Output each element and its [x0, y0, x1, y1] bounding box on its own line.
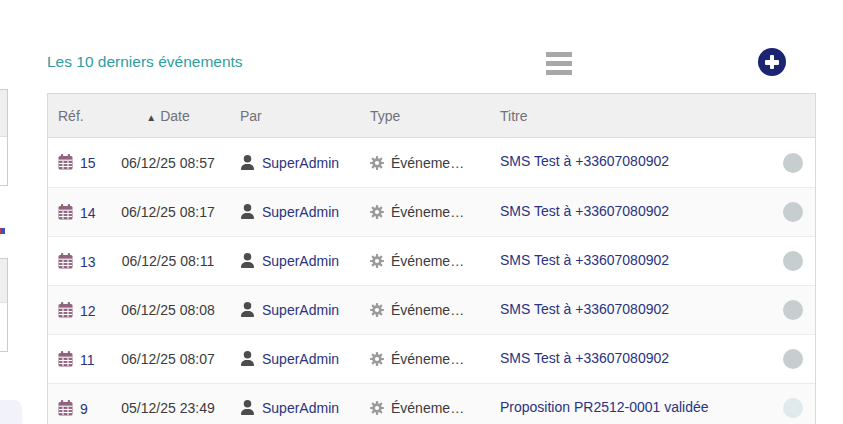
- calendar-icon: [58, 253, 73, 269]
- event-date: 06/12/25 08:07: [121, 351, 214, 367]
- calendar-icon: [58, 400, 73, 416]
- event-date: 06/12/25 08:17: [121, 204, 214, 220]
- col-header-date[interactable]: ▲Date: [106, 94, 230, 138]
- status-dot[interactable]: [783, 153, 803, 173]
- event-type: Événeme…: [391, 204, 464, 220]
- event-title-link[interactable]: Proposition PR2512-0001 validée: [500, 399, 709, 415]
- event-author-link[interactable]: SuperAdmin: [262, 253, 339, 269]
- event-ref-link[interactable]: 13: [80, 254, 96, 270]
- user-icon: [240, 400, 255, 415]
- calendar-icon: [58, 154, 73, 170]
- event-title-link[interactable]: SMS Test à +33607080902: [500, 350, 669, 366]
- event-author-link[interactable]: SuperAdmin: [262, 351, 339, 367]
- events-table-body: 15 06/12/25 08:57 SuperAdmin Événeme… SM…: [48, 138, 815, 424]
- event-title-link[interactable]: SMS Test à +33607080902: [500, 153, 669, 169]
- event-author-link[interactable]: SuperAdmin: [262, 204, 339, 220]
- event-author-link[interactable]: SuperAdmin: [262, 302, 339, 318]
- status-dot[interactable]: [783, 349, 803, 369]
- widget-menu-button[interactable]: [546, 52, 572, 75]
- table-header-row: Réf. ▲Date Par Type Titre: [48, 94, 815, 138]
- widget-title: Les 10 derniers événements: [47, 53, 243, 71]
- col-header-par[interactable]: Par: [230, 94, 360, 138]
- status-dot[interactable]: [783, 398, 803, 418]
- status-dot[interactable]: [783, 251, 803, 271]
- event-ref-link[interactable]: 11: [80, 352, 95, 368]
- calendar-icon: [58, 204, 73, 220]
- cropped-left-panel-bottom: [0, 258, 8, 352]
- event-date: 05/12/25 23:49: [121, 400, 214, 416]
- gear-icon: [370, 303, 384, 317]
- event-type: Événeme…: [391, 302, 464, 318]
- cropped-panel-header: [0, 90, 7, 137]
- user-icon: [240, 155, 255, 170]
- col-header-ref[interactable]: Réf.: [48, 94, 106, 138]
- user-icon: [240, 253, 255, 268]
- events-panel: Réf. ▲Date Par Type Titre: [47, 93, 816, 424]
- status-dot[interactable]: [783, 300, 803, 320]
- event-type: Événeme…: [391, 351, 464, 367]
- hamburger-icon: [546, 52, 572, 57]
- gear-icon: [370, 401, 384, 415]
- cropped-lavender-card-fragment: [0, 400, 22, 424]
- event-row[interactable]: 15 06/12/25 08:57 SuperAdmin Événeme… SM…: [48, 138, 815, 187]
- event-title-link[interactable]: SMS Test à +33607080902: [500, 203, 669, 219]
- gear-icon: [370, 205, 384, 219]
- event-type: Événeme…: [391, 253, 464, 269]
- user-icon: [240, 351, 255, 366]
- cropped-chart-icon-fragment: [0, 228, 5, 234]
- gear-icon: [370, 156, 384, 170]
- col-header-titre[interactable]: Titre: [490, 94, 770, 138]
- col-header-type[interactable]: Type: [360, 94, 490, 138]
- user-icon: [240, 302, 255, 317]
- event-author-link[interactable]: SuperAdmin: [262, 400, 339, 416]
- sort-asc-icon: ▲: [146, 112, 156, 123]
- col-header-status: [770, 94, 815, 138]
- calendar-icon: [58, 302, 73, 318]
- add-event-button[interactable]: [758, 48, 786, 76]
- event-ref-link[interactable]: 15: [80, 155, 96, 171]
- event-title-link[interactable]: SMS Test à +33607080902: [500, 301, 669, 317]
- event-row[interactable]: 11 06/12/25 08:07 SuperAdmin Événeme… SM…: [48, 334, 815, 383]
- calendar-icon: [58, 351, 73, 367]
- event-type: Événeme…: [391, 400, 464, 416]
- status-dot[interactable]: [783, 202, 803, 222]
- gear-icon: [370, 352, 384, 366]
- event-ref-link[interactable]: 12: [80, 303, 96, 319]
- event-date: 06/12/25 08:11: [122, 253, 214, 269]
- gear-icon: [370, 254, 384, 268]
- event-type: Événeme…: [391, 155, 464, 171]
- event-ref-link[interactable]: 9: [80, 401, 88, 417]
- event-title-link[interactable]: SMS Test à +33607080902: [500, 252, 669, 268]
- events-table: Réf. ▲Date Par Type Titre: [48, 94, 815, 424]
- event-date: 06/12/25 08:57: [121, 155, 214, 171]
- event-row[interactable]: 12 06/12/25 08:08 SuperAdmin Événeme… SM…: [48, 285, 815, 334]
- event-row[interactable]: 9 05/12/25 23:49 SuperAdmin Événeme… Pro…: [48, 383, 815, 424]
- event-row[interactable]: 13 06/12/25 08:11 SuperAdmin Événeme… SM…: [48, 236, 815, 285]
- cropped-panel-header: [0, 259, 7, 303]
- user-icon: [240, 204, 255, 219]
- event-ref-link[interactable]: 14: [80, 205, 96, 221]
- event-author-link[interactable]: SuperAdmin: [262, 155, 339, 171]
- event-date: 06/12/25 08:08: [121, 302, 214, 318]
- cropped-left-panel-top: [0, 89, 8, 186]
- event-row[interactable]: 14 06/12/25 08:17 SuperAdmin Événeme… SM…: [48, 187, 815, 236]
